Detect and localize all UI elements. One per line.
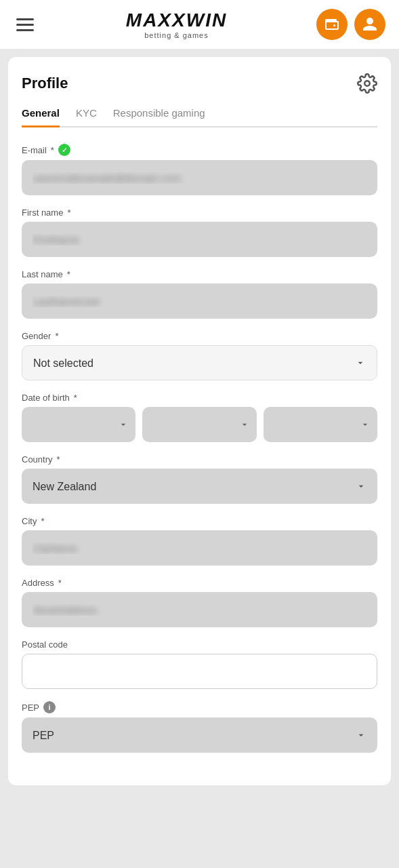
logo-text: MAXXWIN — [126, 9, 227, 31]
profile-button[interactable] — [354, 9, 385, 40]
profile-form: E-mail * First name * Last name * — [22, 144, 377, 753]
profile-card: Profile General KYC Responsible gaming E… — [8, 57, 391, 785]
dob-year-select[interactable] — [264, 407, 377, 442]
logo-subtitle: betting & games — [144, 31, 209, 39]
dob-row — [22, 407, 377, 442]
country-label: Country * — [22, 454, 377, 465]
tab-responsible-gaming[interactable]: Responsible gaming — [113, 107, 205, 127]
pep-info-icon[interactable]: i — [43, 701, 56, 713]
header-actions — [316, 9, 385, 40]
lastname-label: Last name * — [22, 269, 377, 279]
svg-point-0 — [364, 81, 370, 86]
pep-group: PEP i PEP Not a PEP — [22, 701, 377, 753]
address-label: Address * — [22, 578, 377, 588]
postal-label: Postal code — [22, 639, 377, 650]
pep-select[interactable]: PEP Not a PEP — [22, 717, 377, 753]
pep-label: PEP i — [22, 701, 377, 713]
wallet-button[interactable] — [316, 9, 348, 40]
email-group: E-mail * — [22, 144, 377, 195]
firstname-input[interactable] — [22, 222, 377, 257]
address-group: Address * — [22, 578, 377, 627]
postal-input[interactable] — [22, 654, 377, 689]
dob-day-select[interactable] — [22, 407, 135, 442]
profile-tabs: General KYC Responsible gaming — [22, 107, 377, 127]
dob-group: Date of birth * — [22, 393, 377, 442]
email-input[interactable] — [22, 160, 377, 195]
logo: MAXXWIN betting & games — [126, 9, 227, 39]
profile-header: Profile — [22, 73, 377, 94]
dob-month-select[interactable] — [142, 407, 256, 442]
country-group: Country * New Zealand Australia United S… — [22, 454, 377, 504]
dob-label: Date of birth * — [22, 393, 377, 403]
page-title: Profile — [22, 75, 68, 92]
gender-select[interactable]: Not selected Male Female — [22, 345, 377, 380]
gender-label: Gender * — [22, 331, 377, 341]
email-label: E-mail * — [22, 144, 377, 156]
firstname-label: First name * — [22, 208, 377, 218]
header: MAXXWIN betting & games — [0, 0, 399, 49]
gender-group: Gender * Not selected Male Female — [22, 331, 377, 380]
firstname-group: First name * — [22, 208, 377, 257]
lastname-input[interactable] — [22, 283, 377, 319]
address-input[interactable] — [22, 592, 377, 627]
tab-general[interactable]: General — [22, 107, 60, 127]
city-group: City * — [22, 516, 377, 566]
settings-icon[interactable] — [357, 73, 377, 94]
city-label: City * — [22, 516, 377, 526]
country-select[interactable]: New Zealand Australia United States Unit… — [22, 469, 377, 504]
city-input[interactable] — [22, 530, 377, 566]
lastname-group: Last name * — [22, 269, 377, 319]
postal-group: Postal code — [22, 639, 377, 689]
menu-button[interactable] — [14, 16, 37, 34]
email-verified-icon — [58, 144, 70, 156]
tab-kyc[interactable]: KYC — [76, 107, 97, 127]
